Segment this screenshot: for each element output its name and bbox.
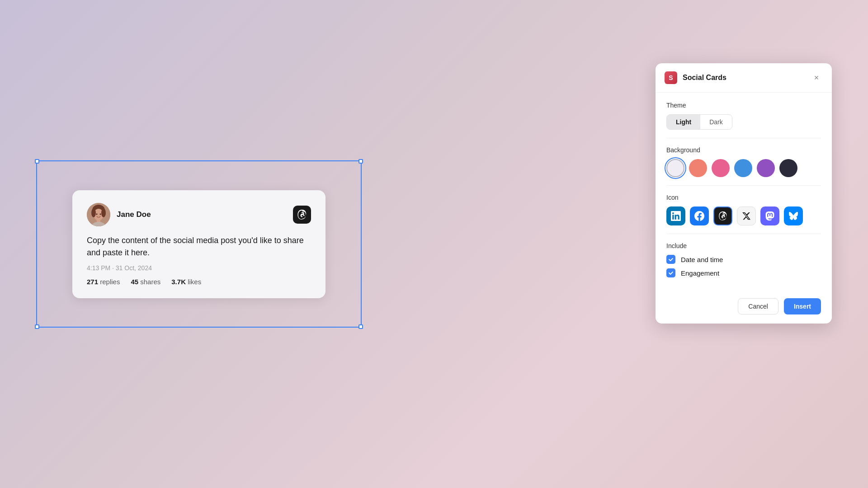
- datetime-label: Date and time: [681, 256, 723, 263]
- color-swatch-pink[interactable]: [712, 159, 730, 177]
- replies-stat: 271 replies: [87, 278, 120, 286]
- datetime-row: Date and time: [666, 255, 821, 264]
- dialog-footer: Cancel Insert: [656, 291, 832, 324]
- engagement-checkbox[interactable]: [666, 268, 675, 277]
- canvas-area: Jane Doe Copy the content of the social …: [0, 0, 398, 488]
- card-author-name: Jane Doe: [117, 210, 151, 219]
- likes-stat: 3.7K likes: [171, 278, 201, 286]
- dialog-body: Theme Light Dark Background Icon: [656, 93, 832, 291]
- color-swatch-white[interactable]: [666, 159, 684, 177]
- dialog-header: S Social Cards ×: [656, 63, 832, 93]
- color-swatch-salmon[interactable]: [689, 159, 707, 177]
- insert-button[interactable]: Insert: [784, 298, 821, 314]
- color-swatch-purple[interactable]: [757, 159, 775, 177]
- dialog-title: Social Cards: [683, 74, 805, 82]
- theme-toggle: Light Dark: [666, 114, 732, 130]
- handle-br[interactable]: [359, 324, 363, 329]
- icon-mastodon-button[interactable]: [760, 206, 779, 225]
- card-stats: 271 replies 45 shares 3.7K likes: [87, 278, 311, 286]
- icon-label: Icon: [666, 194, 821, 201]
- card-content: Copy the content of the social media pos…: [87, 235, 311, 259]
- theme-label: Theme: [666, 102, 821, 109]
- social-card-preview: Jane Doe Copy the content of the social …: [72, 190, 326, 298]
- color-swatch-blue[interactable]: [734, 159, 752, 177]
- card-header: Jane Doe: [87, 203, 311, 226]
- color-swatch-dark[interactable]: [779, 159, 797, 177]
- svg-point-4: [101, 208, 106, 217]
- close-button[interactable]: ×: [810, 71, 823, 84]
- svg-point-7: [96, 213, 98, 215]
- selection-box: Jane Doe Copy the content of the social …: [36, 160, 362, 328]
- icon-facebook-button[interactable]: [690, 206, 709, 225]
- background-color-row: [666, 159, 821, 177]
- engagement-label: Engagement: [681, 269, 719, 277]
- icon-row: [666, 206, 821, 225]
- card-author: Jane Doe: [87, 203, 151, 226]
- icon-threads-button[interactable]: [713, 206, 732, 225]
- shares-stat: 45 shares: [131, 278, 160, 286]
- icon-bluesky-button[interactable]: [784, 206, 803, 225]
- handle-tr[interactable]: [359, 159, 363, 164]
- icon-linkedin-button[interactable]: [666, 206, 685, 225]
- divider-2: [666, 185, 821, 186]
- social-cards-dialog: S Social Cards × Theme Light Dark Backgr…: [656, 63, 832, 324]
- datetime-checkbox[interactable]: [666, 255, 675, 264]
- dialog-logo: S: [665, 71, 677, 84]
- handle-tl[interactable]: [35, 159, 39, 164]
- cancel-button[interactable]: Cancel: [738, 298, 778, 314]
- background-label: Background: [666, 146, 821, 154]
- theme-dark-button[interactable]: Dark: [700, 115, 732, 129]
- card-timestamp: 4:13 PM · 31 Oct, 2024: [87, 264, 311, 272]
- svg-point-8: [100, 213, 101, 215]
- engagement-row: Engagement: [666, 268, 821, 277]
- handle-bl[interactable]: [35, 324, 39, 329]
- divider-1: [666, 138, 821, 138]
- svg-point-3: [91, 208, 96, 217]
- divider-3: [666, 234, 821, 234]
- theme-light-button[interactable]: Light: [667, 115, 700, 129]
- threads-platform-icon: [293, 206, 311, 224]
- avatar: [87, 203, 110, 226]
- icon-x-button[interactable]: [737, 206, 756, 225]
- include-label: Include: [666, 242, 821, 249]
